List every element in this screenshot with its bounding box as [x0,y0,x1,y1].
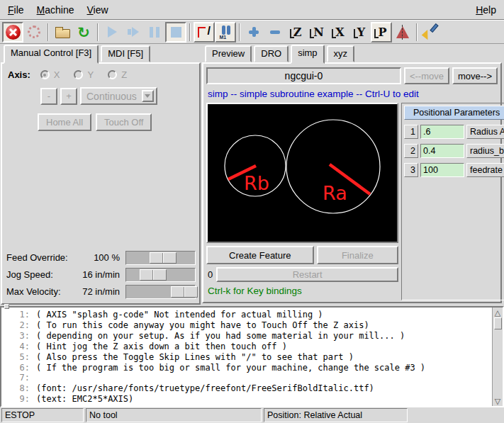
status-tool: No tool [86,408,262,422]
axis-x-radio[interactable] [40,70,50,79]
slider-handle[interactable] [140,269,167,281]
tab-dro[interactable]: DRO [254,45,289,62]
menu-help[interactable]: Help [469,1,503,18]
power-icon [28,26,40,38]
ngcgui-name-entry[interactable]: ngcgui-0 [206,67,401,84]
jog-mode-value: Continuous [86,91,137,102]
status-position-mode: Position: Relative Actual [264,408,408,422]
menu-machine[interactable]: Machine [30,1,81,18]
left-tabbar: Manual Control [F3] MDI [F5] [0,44,201,62]
clear-plot-button[interactable] [420,22,442,43]
status-machine-state: ESTOP [1,408,84,422]
jog-mode-select[interactable]: Continuous [80,87,157,105]
parameter-value-input[interactable] [420,163,464,177]
machine-power-button[interactable] [23,22,45,43]
scroll-up-icon[interactable]: △ [493,308,503,317]
view-x-button[interactable]: X [328,22,349,43]
home-all-button[interactable]: Home All [38,113,91,131]
view-z-button[interactable]: Z [286,22,307,43]
rotate-cone-icon [396,26,409,38]
jog-speed-label: Jog Speed: [6,269,74,280]
move-left-button[interactable]: <--move [404,67,449,84]
ngcgui-main-columns: Rb Ra Create Feature Finalize 0 Restart … [206,103,498,300]
toolbar-separator [416,23,418,41]
parameter-name: feedrate [466,163,504,177]
letter-p-icon: P [374,26,388,39]
tab-xyz[interactable]: xyz [327,45,355,62]
gcode-line: 7: [4,373,492,383]
parameter-name: Radius A [466,125,504,139]
toolbar-separator [239,23,240,41]
axis-window: File Machine View Help ↻ / M1 Z N X Y P [0,0,504,423]
preview-column: Rb Ra Create Feature Finalize 0 Restart … [206,103,398,300]
view-p-button[interactable]: P [371,22,392,43]
tab-simp[interactable]: simp [291,45,324,64]
jog-speed-row: Jog Speed: 16 in/min [6,266,196,283]
axis-x-label: X [54,69,60,80]
max-velocity-value: 72 in/min [74,286,125,297]
open-file-button[interactable] [52,22,73,43]
feed-override-row: Feed Override: 100 % [6,249,196,266]
max-velocity-row: Max Velocity: 72 in/min [6,283,196,300]
view-y-button[interactable]: Y [349,22,371,43]
tab-preview[interactable]: Preview [205,45,252,62]
reload-button[interactable]: ↻ [73,22,94,43]
jog-minus-button[interactable]: - [40,88,57,105]
gcode-text-area[interactable]: 1:( AXIS "splash g-code" Not intended fo… [0,306,504,407]
pane-sash-grip[interactable] [4,304,9,309]
view-z2-button[interactable]: N [307,22,328,43]
scrollbar-thumb[interactable] [494,317,502,329]
menu-view[interactable]: View [81,1,115,18]
run-button[interactable] [101,22,123,43]
menu-file[interactable]: File [1,1,30,18]
letter-z-icon: Z [290,26,303,39]
create-feature-button[interactable]: Create Feature [206,246,314,264]
jog-plus-button[interactable]: + [60,88,77,105]
rotate-view-button[interactable] [392,22,413,43]
tab-mdi[interactable]: MDI [F5] [101,45,150,62]
estop-button[interactable] [2,22,23,43]
menubar: File Machine View Help [0,0,504,20]
key-bindings-hint: Ctrl-k for Key bindings [208,286,398,296]
preview-notebook: Preview DRO simp xyz ngcgui-0 <--move mo… [201,44,504,306]
slider-handle[interactable] [150,252,177,264]
parameter-row: 1 Radius A [404,125,504,139]
restart-count: 0 [206,269,213,280]
manual-control-panel: Manual Control [F3] MDI [F5] Axis: X Y Z… [0,44,201,306]
axis-y-label: Y [87,69,94,80]
toggle-skip-lines-button[interactable]: / [194,22,215,43]
touch-off-button[interactable]: Touch Off [96,113,152,131]
stop-button[interactable] [165,22,186,43]
slider-handle[interactable] [171,286,198,298]
parameter-value-input[interactable] [420,144,464,158]
axis-z-radio[interactable] [108,70,117,79]
scroll-down-icon[interactable]: ▽ [493,396,503,406]
parameter-value-input[interactable] [420,125,464,139]
subroutine-description: simp -- simple subroutine example -- Ctr… [208,89,498,99]
ngcgui-frame: ngcgui-0 <--move move--> simp -- simple … [202,62,502,303]
pause-icon [150,27,159,38]
zoom-in-button[interactable] [243,22,264,43]
feed-override-slider[interactable] [125,251,196,265]
parameter-number: 1 [404,125,418,139]
gcode-scrollbar[interactable]: △ ▽ [492,308,503,406]
toggle-optional-pause-button[interactable]: M1 [215,22,236,43]
restart-button[interactable]: Restart [216,267,398,282]
feed-override-label: Feed Override: [6,252,74,263]
toolbar-separator [189,23,191,41]
parameter-number: 2 [404,144,418,158]
axis-y-radio[interactable] [74,70,83,79]
minus-icon [270,30,280,34]
tab-manual-control[interactable]: Manual Control [F3] [4,45,99,64]
jog-speed-slider[interactable] [125,268,196,282]
pause-button[interactable] [144,22,165,43]
home-row: Home All Touch Off [38,113,196,131]
max-velocity-slider[interactable] [125,285,196,299]
jog-speed-value: 16 in/min [74,269,125,280]
zoom-out-button[interactable] [264,22,286,43]
left-panel-spacer [6,131,196,249]
move-right-button[interactable]: move--> [452,67,498,84]
finalize-button[interactable]: Finalize [317,246,398,264]
step-icon [128,27,139,37]
step-button[interactable] [123,22,144,43]
